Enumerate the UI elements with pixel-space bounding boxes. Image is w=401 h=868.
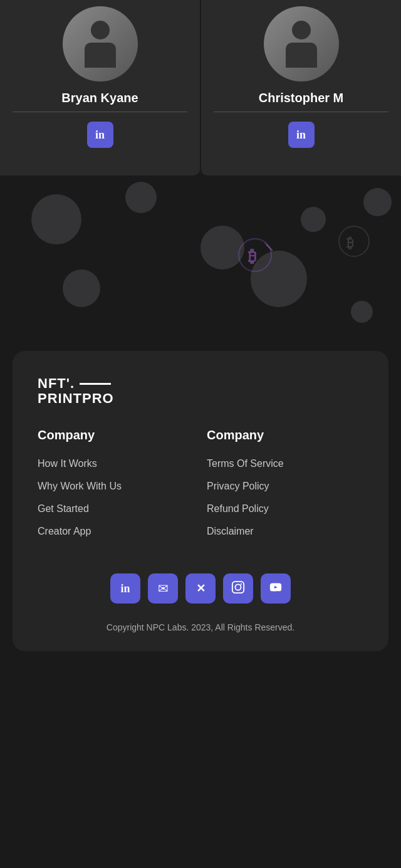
twitter-social-button[interactable]: ✕ [185, 573, 216, 604]
dot-4 [301, 207, 326, 232]
svg-text:₿: ₿ [346, 235, 353, 251]
linkedin-icon-bryan: in [95, 128, 105, 142]
footer: NFT'. PRINTPRO Company How It Works Why … [13, 351, 388, 651]
dot-8 [363, 188, 392, 216]
youtube-social-button[interactable] [261, 573, 291, 604]
footer-link-get-started[interactable]: Get Started [38, 503, 194, 515]
svg-point-7 [235, 584, 241, 590]
dot-5 [63, 269, 100, 307]
name-bryan: Bryan Kyane [61, 91, 138, 105]
copyright-text: Copyright NPC Labs. 2023, All Rights Res… [38, 622, 363, 632]
team-card-christopher: Christopher M in [201, 0, 401, 175]
dot-7 [351, 301, 373, 323]
linkedin-button-bryan[interactable]: in [87, 122, 113, 148]
footer-link-how-it-works[interactable]: How It Works [38, 458, 194, 469]
footer-link-privacy[interactable]: Privacy Policy [207, 481, 363, 492]
team-cards-section: Bryan Kyane in Christopher M in [0, 0, 401, 175]
logo-line1: NFT'. [38, 376, 363, 391]
linkedin-button-christopher[interactable]: in [288, 122, 315, 148]
svg-text:₿: ₿ [248, 247, 256, 266]
divider-christopher [214, 112, 388, 112]
footer-link-terms[interactable]: Terms Of Service [207, 458, 363, 469]
logo-text-nft: NFT'. [38, 376, 75, 391]
crypto-icon: ₿ [238, 238, 273, 278]
avatar-christopher [264, 6, 339, 81]
logo-dash [80, 383, 111, 385]
avatar-bryan [63, 6, 138, 81]
linkedin-social-button[interactable]: in [110, 573, 140, 604]
svg-point-8 [241, 583, 242, 585]
team-card-bryan: Bryan Kyane in [0, 0, 200, 175]
logo-text-printpro: PRINTPRO [38, 391, 363, 406]
footer-link-refund[interactable]: Refund Policy [207, 503, 363, 515]
footer-columns: Company How It Works Why Work With Us Ge… [38, 428, 363, 548]
email-social-button[interactable]: ✉ [148, 573, 178, 604]
x-twitter-social-icon: ✕ [196, 582, 206, 595]
dot-1 [31, 194, 81, 244]
footer-col-right: Company Terms Of Service Privacy Policy … [207, 428, 363, 548]
footer-col-left-heading: Company [38, 428, 194, 442]
svg-rect-6 [232, 582, 244, 593]
email-social-icon: ✉ [158, 581, 169, 596]
footer-link-creator-app[interactable]: Creator App [38, 526, 194, 537]
instagram-social-button[interactable] [223, 573, 253, 604]
youtube-social-icon [269, 580, 283, 597]
linkedin-icon-christopher: in [296, 128, 306, 142]
name-christopher: Christopher M [259, 91, 344, 105]
instagram-social-icon [231, 580, 245, 597]
footer-link-why-work[interactable]: Why Work With Us [38, 481, 194, 492]
divider-bryan [13, 112, 187, 112]
crypto-icon-2: ₿ [338, 226, 370, 259]
social-icons-row: in ✉ ✕ [38, 573, 363, 604]
svg-point-4 [339, 226, 369, 256]
dot-2 [125, 182, 157, 213]
footer-col-left: Company How It Works Why Work With Us Ge… [38, 428, 194, 548]
footer-link-disclaimer[interactable]: Disclaimer [207, 526, 363, 537]
decorative-section: ₿ ₿ [0, 175, 401, 351]
logo: NFT'. PRINTPRO [38, 376, 363, 406]
svg-line-3 [264, 243, 271, 249]
logo-container: NFT'. PRINTPRO [38, 376, 363, 406]
footer-col-right-heading: Company [207, 428, 363, 442]
linkedin-social-icon: in [120, 582, 130, 595]
